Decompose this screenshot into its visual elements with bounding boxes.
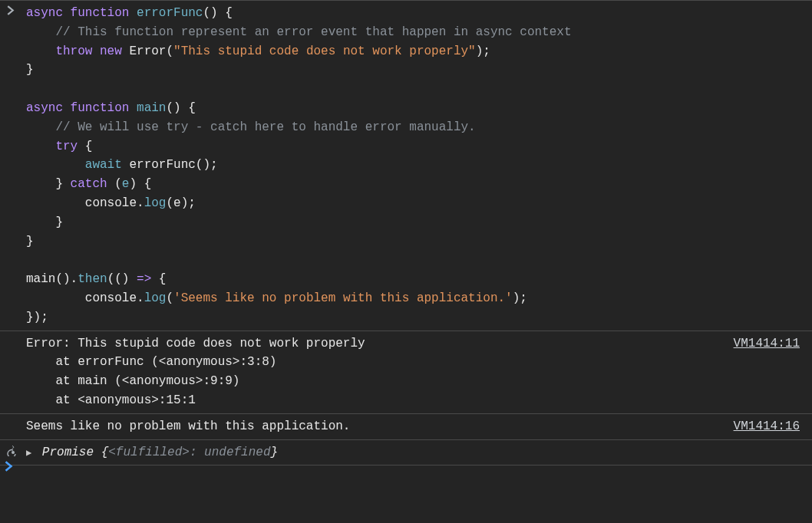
input-code-area[interactable]: async function errorFunc() { // This fun… xyxy=(0,4,812,327)
console-log-info: Seems like no problem with this applicat… xyxy=(0,413,812,439)
result-object[interactable]: ▶ Promise {<fulfilled>: undefined} xyxy=(0,443,812,462)
console-log-error: Error: This stupid code does not work pr… xyxy=(0,331,812,413)
devtools-console: async function errorFunc() { // This fun… xyxy=(0,0,812,480)
promise-value: undefined xyxy=(204,446,270,459)
result-icon xyxy=(6,446,20,456)
prompt-chevron-icon xyxy=(4,459,13,479)
input-code[interactable]: async function errorFunc() { // This fun… xyxy=(26,4,803,327)
input-prompt-icon xyxy=(6,5,20,15)
promise-state: <fulfilled> xyxy=(108,446,190,459)
console-result-entry: ▶ Promise {<fulfilled>: undefined} xyxy=(0,439,812,465)
info-log-text[interactable]: Seems like no problem with this applicat… xyxy=(26,417,715,436)
source-link[interactable]: VM1414:11 xyxy=(734,334,800,354)
result-object-name: Promise xyxy=(42,446,101,459)
error-log-text[interactable]: Error: This stupid code does not work pr… xyxy=(26,334,715,410)
source-link[interactable]: VM1414:16 xyxy=(734,417,800,436)
console-prompt[interactable] xyxy=(0,465,812,480)
expand-arrow-icon[interactable]: ▶ xyxy=(26,446,31,461)
svg-point-0 xyxy=(12,451,15,454)
console-input-entry: async function errorFunc() { // This fun… xyxy=(0,0,812,331)
